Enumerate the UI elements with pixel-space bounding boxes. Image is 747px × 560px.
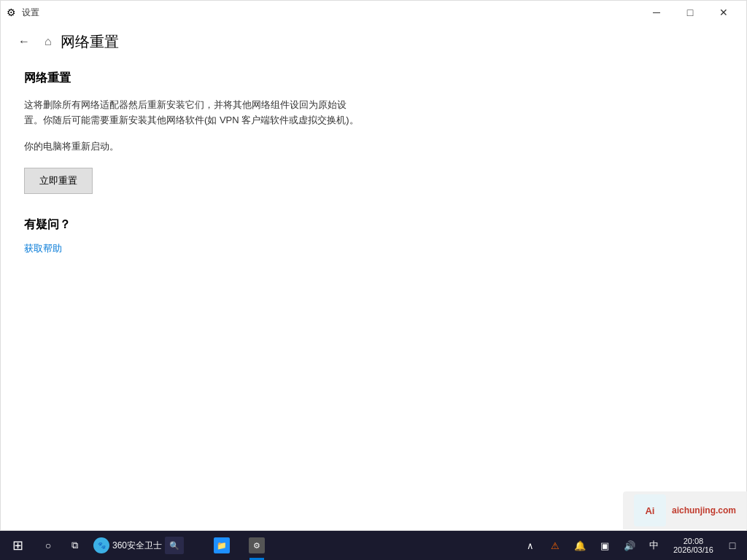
question-title: 有疑问？ (24, 217, 723, 233)
help-link[interactable]: 获取帮助 (24, 243, 62, 254)
taskbar-search-icon: 🔍 (169, 541, 179, 551)
back-button[interactable]: ← (12, 30, 36, 53)
security-warning-icon[interactable]: ⚠ (543, 531, 567, 560)
display-icon[interactable]: ▣ (593, 531, 616, 560)
notification-bell-icon[interactable]: 🔔 (568, 531, 592, 560)
cortana-icon: ○ (45, 540, 51, 551)
app-360-icon: 🐾 (93, 537, 109, 553)
file-explorer-icon: 📁 (214, 537, 230, 553)
taskbar-clock[interactable]: 20:08 2026/03/16 (667, 531, 719, 560)
nav-bar: ← ⌂ 网络重置 (1, 24, 746, 59)
task-view-icon: ⧉ (71, 540, 78, 551)
taskbar-file-explorer[interactable]: 📁 (204, 531, 239, 560)
action-center-icon: □ (729, 540, 735, 551)
settings-window: ⚙ 设置 ─ □ ✕ ← ⌂ 网络重置 网络重置 这将删除所有网络适配器然后重新… (0, 0, 747, 531)
section-title: 网络重置 (24, 71, 723, 86)
title-bar: ⚙ 设置 ─ □ ✕ (1, 1, 746, 24)
restart-note: 你的电脑将重新启动。 (24, 140, 723, 153)
watermark-site: aichunjing.com (672, 505, 736, 516)
action-center-button[interactable]: □ (721, 531, 744, 560)
restore-button[interactable]: □ (673, 1, 707, 24)
up-arrow-icon: ∧ (527, 540, 534, 551)
start-button[interactable]: ⊞ (0, 531, 35, 560)
title-bar-left: ⚙ 设置 (7, 7, 39, 19)
title-bar-controls: ─ □ ✕ (640, 1, 740, 24)
reset-now-button[interactable]: 立即重置 (24, 168, 93, 194)
window-title: 设置 (22, 7, 39, 19)
close-button[interactable]: ✕ (707, 1, 740, 24)
cortana-button[interactable]: ○ (35, 531, 61, 560)
taskbar-right: ∧ ⚠ 🔔 ▣ 🔊 中 20:08 2026/03/16 □ (516, 531, 747, 560)
start-icon: ⊞ (12, 537, 23, 553)
task-view-button[interactable]: ⧉ (61, 531, 88, 560)
clock-time: 20:08 (684, 537, 704, 545)
description-text: 这将删除所有网络适配器然后重新安装它们，并将其他网络组件设回为原始设置。你随后可… (24, 98, 360, 128)
app-360-text: 360安全卫士 (112, 540, 162, 552)
home-icon[interactable]: ⌂ (44, 35, 52, 48)
clock-date: 2026/03/16 (673, 545, 713, 554)
watermark: Ai aichunjing.com (623, 491, 747, 529)
content-area: 网络重置 这将删除所有网络适配器然后重新安装它们，并将其他网络组件设回为原始设置… (1, 59, 746, 267)
taskbar: ⊞ ○ ⧉ 🐾 360安全卫士 🔍 📁 ⚙ ∧ ⚠ (0, 531, 747, 560)
show-hidden-icons-button[interactable]: ∧ (519, 531, 542, 560)
taskbar-search-box[interactable]: 🔍 (165, 537, 184, 554)
language-indicator[interactable]: 中 (643, 531, 666, 560)
watermark-logo: Ai (634, 494, 666, 526)
taskbar-app-360[interactable]: 🐾 360安全卫士 🔍 (88, 531, 204, 560)
page-title: 网络重置 (61, 32, 119, 52)
settings-window-icon: ⚙ (7, 7, 16, 18)
settings-app-icon: ⚙ (249, 537, 265, 553)
minimize-button[interactable]: ─ (640, 1, 673, 24)
volume-icon[interactable]: 🔊 (618, 531, 641, 560)
taskbar-settings[interactable]: ⚙ (239, 531, 274, 560)
